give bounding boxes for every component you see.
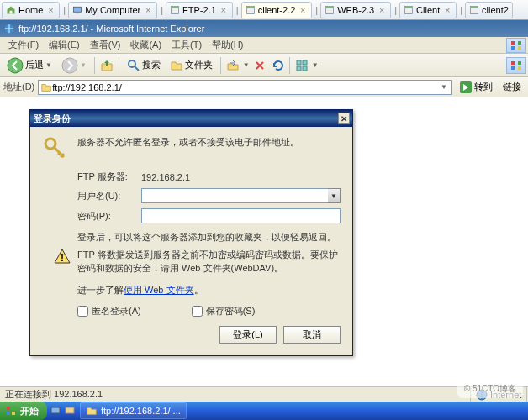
menu-view[interactable]: 查看(V)	[85, 37, 126, 53]
search-button[interactable]: 搜索	[124, 57, 164, 74]
address-field-wrapper: ▼	[38, 80, 452, 95]
anonymous-checkbox-label[interactable]: 匿名登录(A)	[77, 305, 141, 318]
cancel-button[interactable]: 取消	[283, 326, 341, 344]
menu-tools[interactable]: 工具(T)	[166, 37, 207, 53]
password-label: 密码(P):	[77, 210, 141, 223]
menu-fav[interactable]: 收藏(A)	[125, 37, 166, 53]
dialog-link-row: 进一步了解使用 Web 文件夹。	[77, 284, 341, 297]
links-button[interactable]: 链接	[499, 81, 525, 93]
go-label: 转到	[474, 81, 493, 93]
copy-to-button[interactable]	[225, 58, 240, 73]
svg-rect-10	[405, 6, 413, 8]
throbber-icon	[506, 57, 526, 74]
folders-button[interactable]: 文件夹	[166, 57, 216, 74]
title-bar: ftp://192.168.2.1/ - Microsoft Internet …	[0, 20, 528, 37]
taskbar-task[interactable]: ftp://192.168.2.1/ ...	[80, 402, 187, 419]
svg-rect-21	[303, 60, 307, 65]
svg-rect-2	[77, 13, 79, 14]
password-input[interactable]	[141, 208, 341, 223]
close-icon[interactable]: ×	[298, 5, 308, 15]
tab-client2[interactable]: client2	[465, 2, 513, 18]
up-button[interactable]	[99, 58, 114, 73]
address-label: 地址(D)	[3, 81, 34, 93]
save-password-checkbox[interactable]	[192, 306, 203, 317]
svg-rect-14	[509, 39, 524, 51]
warning-icon: !	[54, 248, 71, 265]
search-label: 搜索	[142, 59, 161, 71]
tab-client22[interactable]: client-2.2×	[241, 2, 313, 18]
dialog-close-button[interactable]: ✕	[338, 113, 350, 124]
start-button[interactable]: 开始	[0, 402, 47, 420]
svg-rect-12	[471, 6, 478, 8]
svg-rect-1	[74, 7, 82, 12]
menu-bar: 文件(F) 编辑(E) 查看(V) 收藏(A) 工具(T) 帮助(H)	[0, 37, 528, 54]
login-button[interactable]: 登录(L)	[219, 326, 277, 344]
anonymous-checkbox[interactable]	[77, 306, 88, 317]
svg-line-19	[135, 66, 139, 71]
tab-client[interactable]: Client×	[399, 2, 457, 18]
close-icon[interactable]: ×	[219, 5, 229, 15]
tab-home[interactable]: Home×	[2, 2, 60, 18]
start-label: 开始	[20, 405, 39, 417]
toolbar: 后退 ▼ ▼ 搜索 文件夹 ▼ ▼	[0, 54, 528, 77]
taskbar: 开始 ftp://192.168.2.1/ ...	[0, 402, 528, 420]
views-button[interactable]	[294, 58, 309, 73]
server-value: 192.168.2.1	[141, 172, 190, 182]
svg-rect-8	[326, 6, 334, 8]
dialog-title-bar[interactable]: 登录身份 ✕	[30, 110, 352, 127]
go-button[interactable]: 转到	[456, 81, 496, 94]
window-title: ftp://192.168.2.1/ - Microsoft Internet …	[18, 24, 204, 34]
ql-icon[interactable]	[64, 405, 76, 417]
tab-label: Client	[416, 5, 440, 15]
menu-edit[interactable]: 编辑(E)	[44, 37, 85, 53]
address-input[interactable]	[52, 82, 438, 92]
quick-launch	[47, 405, 78, 417]
menu-file[interactable]: 文件(F)	[3, 37, 44, 53]
dialog-title: 登录身份	[34, 113, 71, 125]
save-password-checkbox-label[interactable]: 保存密码(S)	[192, 305, 256, 318]
ql-icon[interactable]	[50, 405, 61, 417]
close-icon[interactable]: ×	[377, 5, 387, 15]
tab-computer[interactable]: My Computer×	[68, 2, 157, 18]
watermark: © 51CTO博客	[457, 380, 523, 398]
forward-button[interactable]: ▼	[58, 55, 90, 76]
folder-icon	[40, 81, 52, 93]
task-label: ftp://192.168.2.1/ ...	[101, 406, 181, 416]
svg-rect-0	[10, 10, 13, 13]
svg-rect-4	[172, 6, 179, 8]
ie-logo-icon	[506, 38, 526, 53]
svg-rect-17	[106, 62, 108, 66]
status-text: 正在连接到 192.168.2.1	[0, 387, 471, 402]
close-icon[interactable]: ×	[442, 5, 452, 15]
delete-button[interactable]	[252, 58, 267, 73]
dropdown-icon[interactable]: ▼	[438, 83, 450, 91]
address-bar: 地址(D) ▼ 转到 链接	[0, 77, 528, 97]
login-dialog: 登录身份 ✕ 服务器不允许匿名登录，或者不接受该电子邮件地址。 FTP 服务器:…	[29, 109, 353, 356]
folders-label: 文件夹	[185, 59, 213, 71]
tab-label: client-2.2	[258, 5, 296, 15]
webdav-link[interactable]: 使用 Web 文件夹	[124, 285, 194, 295]
host-tabs: Home× | My Computer× | FTP-2.1× | client…	[0, 0, 528, 20]
svg-rect-23	[303, 66, 307, 71]
undo-button[interactable]	[270, 58, 285, 73]
keys-icon	[42, 135, 69, 162]
tab-label: My Computer	[85, 5, 140, 15]
close-icon[interactable]: ×	[143, 5, 153, 15]
tab-label: WEB-2.3	[337, 5, 374, 15]
tab-ftp21[interactable]: FTP-2.1×	[166, 2, 233, 18]
status-bar: 正在连接到 192.168.2.1 Internet	[0, 386, 528, 402]
svg-text:!: !	[61, 252, 64, 264]
username-input[interactable]	[141, 188, 328, 203]
svg-point-15	[8, 58, 23, 73]
tab-label: client2	[482, 5, 509, 15]
back-button[interactable]: 后退 ▼	[3, 55, 55, 76]
svg-rect-20	[297, 60, 301, 65]
svg-point-18	[129, 60, 135, 67]
dialog-warning: FTP 将数据发送到服务器之前不加密或编码密码或数据。要保护密码和数据的安全，请…	[77, 248, 341, 276]
dialog-note: 登录后，可以将这个服务器添加到您的收藏夹，以便轻易返回。	[77, 230, 341, 244]
username-dropdown[interactable]: ▼	[328, 188, 341, 203]
close-icon[interactable]: ×	[45, 5, 55, 15]
tab-web23[interactable]: WEB-2.3×	[320, 2, 391, 18]
tab-label: Home	[18, 5, 43, 15]
menu-help[interactable]: 帮助(H)	[207, 37, 248, 53]
